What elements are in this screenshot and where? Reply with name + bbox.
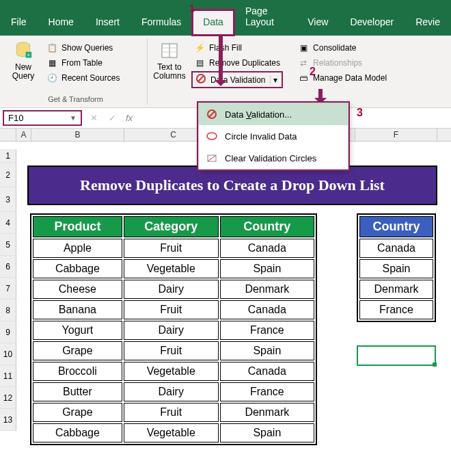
- data-validation-menu: Data Validation... Circle Invalid Data C…: [198, 103, 348, 170]
- relationships-icon: ⇄: [298, 57, 309, 68]
- row-header-9[interactable]: 9: [0, 321, 16, 343]
- col-header-b[interactable]: B: [31, 129, 124, 141]
- data-validation-icon: [195, 73, 206, 86]
- tab-pagelayout[interactable]: Page Layout: [234, 0, 297, 36]
- tab-view[interactable]: View: [297, 10, 339, 36]
- row-header-2[interactable]: 2: [0, 163, 16, 187]
- name-box-dropdown-icon[interactable]: ▼: [70, 114, 77, 122]
- consolidate-button[interactable]: ▣Consolidate: [295, 41, 390, 55]
- row-header-13[interactable]: 13: [0, 409, 16, 431]
- manage-data-model-icon: 🗃: [298, 72, 309, 83]
- cancel-formula-button[interactable]: ✕: [85, 113, 103, 123]
- annotation-2: 2: [310, 66, 316, 78]
- tab-home[interactable]: Home: [38, 10, 85, 36]
- table-row: Denmark: [359, 280, 433, 299]
- from-table-button[interactable]: ▦From Table: [44, 56, 122, 70]
- table-row: Spain: [359, 259, 433, 278]
- table-row: GrapeFruitSpain: [33, 341, 314, 360]
- manage-data-model-label: Manage Data Model: [313, 73, 387, 83]
- data-validation-icon: [206, 108, 218, 120]
- group-text-to-columns: Text to Columns: [148, 38, 190, 105]
- show-queries-icon: 📋: [46, 42, 57, 53]
- name-box[interactable]: F10 ▼: [3, 110, 82, 126]
- col-country[interactable]: Country: [220, 216, 314, 237]
- svg-line-10: [209, 111, 215, 117]
- flash-fill-label: Flash Fill: [209, 43, 242, 53]
- fx-label[interactable]: fx: [122, 113, 133, 123]
- enter-formula-button[interactable]: ✓: [103, 113, 122, 123]
- row-header-5[interactable]: 5: [0, 234, 16, 256]
- tab-insert[interactable]: Insert: [85, 10, 131, 36]
- select-all-corner[interactable]: [0, 129, 16, 141]
- menu-item-clear-circles[interactable]: Clear Validation Circles: [199, 147, 348, 169]
- consolidate-icon: ▣: [298, 42, 309, 53]
- recent-sources-button[interactable]: 🕘Recent Sources: [44, 71, 122, 85]
- flash-fill-button[interactable]: ⚡Flash Fill: [191, 41, 283, 55]
- new-query-label: New Query: [12, 63, 35, 81]
- menu-item-data-validation-label: Data Validation...: [225, 109, 292, 120]
- from-table-label: From Table: [62, 58, 102, 68]
- show-queries-button[interactable]: 📋Show Queries: [44, 41, 122, 55]
- group-title-get-transform: Get & Transform: [4, 95, 147, 103]
- table-row: ButterDairyFrance: [33, 382, 314, 401]
- row-headers: 1 2 3 4 5 6 7 8 9 10 11 12 13: [0, 149, 16, 431]
- table-row: YogurtDairyFrance: [33, 321, 314, 340]
- row-header-10[interactable]: 10: [0, 343, 16, 365]
- tab-developer[interactable]: Developer: [339, 10, 405, 36]
- remove-duplicates-button[interactable]: ▤Remove Duplicates: [191, 56, 283, 70]
- tab-review[interactable]: Revie: [405, 10, 451, 36]
- col-header-a[interactable]: A: [16, 129, 31, 141]
- table-row: Canada: [359, 239, 433, 258]
- tab-data[interactable]: Data: [192, 10, 234, 36]
- fill-handle[interactable]: [433, 362, 437, 367]
- row-header-7[interactable]: 7: [0, 278, 16, 300]
- text-to-columns-icon: [159, 40, 180, 62]
- row-header-12[interactable]: 12: [0, 387, 16, 409]
- name-box-value: F10: [8, 113, 23, 123]
- text-to-columns-label: Text to Columns: [153, 63, 185, 81]
- table-header-row: Product Category Country: [33, 216, 314, 237]
- col-category[interactable]: Category: [124, 216, 219, 237]
- table-row: BroccoliVegetableCanada: [33, 362, 314, 381]
- col-header-f[interactable]: F: [355, 129, 437, 141]
- table-row: CabbageVegetableSpain: [33, 423, 314, 442]
- main-table: Product Category Country AppleFruitCanad…: [30, 213, 317, 445]
- selected-cell[interactable]: [357, 345, 436, 366]
- database-icon: +: [12, 40, 34, 62]
- menu-item-circle-invalid[interactable]: Circle Invalid Data: [199, 125, 348, 147]
- menu-item-circle-invalid-label: Circle Invalid Data: [225, 131, 297, 142]
- tab-file[interactable]: File: [0, 10, 38, 36]
- col-product[interactable]: Product: [33, 216, 122, 237]
- menu-item-data-validation[interactable]: Data Validation...: [199, 103, 348, 125]
- row-header-4[interactable]: 4: [0, 212, 16, 234]
- data-validation-dropdown-toggle[interactable]: ▾: [270, 75, 277, 85]
- consolidate-label: Consolidate: [313, 43, 356, 53]
- text-to-columns-button[interactable]: Text to Columns: [150, 38, 189, 105]
- country-header[interactable]: Country: [359, 216, 433, 237]
- table-row: CabbageVegetableSpain: [33, 259, 314, 278]
- row-header-1[interactable]: 1: [0, 149, 16, 163]
- table-row: GrapeFruitDenmark: [33, 403, 314, 422]
- group-data-tools-2: ▣Consolidate ⇄Relationships 🗃Manage Data…: [287, 38, 394, 105]
- circle-invalid-icon: [206, 130, 218, 142]
- row-header-8[interactable]: 8: [0, 300, 16, 321]
- ribbon-content: + New Query 📋Show Queries ▦From Table 🕘R…: [0, 36, 451, 108]
- row-header-6[interactable]: 6: [0, 256, 16, 278]
- annotation-3: 3: [357, 107, 363, 119]
- title-banner: Remove Duplicates to Create a Drop Down …: [27, 166, 437, 205]
- flash-fill-icon: ⚡: [194, 42, 205, 53]
- row-header-3[interactable]: 3: [0, 187, 16, 212]
- remove-duplicates-icon: ▤: [194, 57, 205, 68]
- table-row: CheeseDairyDenmark: [33, 280, 314, 299]
- recent-sources-label: Recent Sources: [62, 73, 120, 83]
- menu-item-clear-circles-label: Clear Validation Circles: [225, 153, 316, 163]
- row-header-11[interactable]: 11: [0, 365, 16, 387]
- tab-formulas[interactable]: Formulas: [131, 10, 192, 36]
- show-queries-label: Show Queries: [62, 43, 113, 53]
- svg-line-8: [198, 76, 204, 81]
- data-validation-split-button[interactable]: Data Validation ▾: [191, 71, 283, 88]
- svg-text:+: +: [27, 52, 31, 58]
- svg-line-13: [208, 155, 216, 161]
- ribbon-tabs: File Home Insert Formulas Data Page Layo…: [0, 0, 451, 36]
- table-row: BananaFruitCanada: [33, 300, 314, 319]
